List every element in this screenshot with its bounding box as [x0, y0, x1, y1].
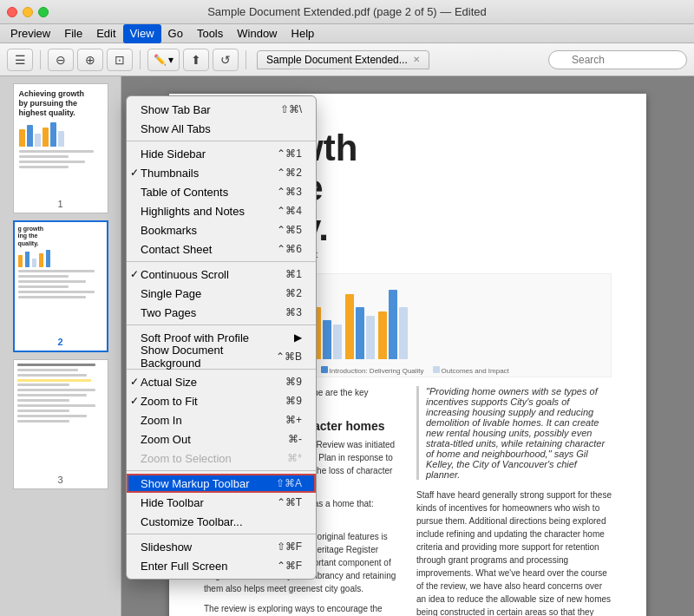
menu-item-two-pages-shortcut: ⌘3	[285, 306, 302, 318]
menu-item-show-doc-bg[interactable]: Show Document Background ⌃⌘B	[127, 347, 316, 366]
divider-5	[127, 470, 316, 471]
menu-edit[interactable]: Edit	[89, 24, 122, 43]
menu-item-zoom-in-label: Zoom In	[141, 414, 182, 427]
share-button[interactable]: ⬆	[183, 49, 209, 71]
menu-item-highlights-notes[interactable]: Highlights and Notes ⌃⌘4	[127, 201, 316, 220]
menu-item-show-all-tabs-label: Show All Tabs	[141, 122, 211, 135]
menu-item-bookmarks[interactable]: Bookmarks ⌃⌘5	[127, 220, 316, 239]
fit-page-button[interactable]: ⊡	[107, 49, 133, 71]
menu-item-enter-full-screen-label: Enter Full Screen	[141, 560, 227, 573]
toolbar-separator-1	[40, 50, 41, 69]
menu-item-actual-size-shortcut: ⌘9	[285, 376, 302, 388]
sidebar-toggle-button[interactable]: ☰	[7, 49, 33, 71]
menu-item-show-doc-bg-label: Show Document Background	[141, 344, 276, 370]
menu-go[interactable]: Go	[161, 24, 190, 43]
tab-close-icon[interactable]: ✕	[413, 55, 420, 64]
menu-item-zoom-to-fit-shortcut: ⌘9	[285, 395, 302, 407]
close-button[interactable]	[7, 7, 17, 17]
menu-item-show-markup-toolbar-label: Show Markup Toolbar	[141, 477, 250, 490]
menu-item-contact-sheet[interactable]: Contact Sheet ⌃⌘6	[127, 239, 316, 259]
menu-item-hide-sidebar[interactable]: Hide Sidebar ⌃⌘1	[127, 144, 316, 163]
menu-help[interactable]: Help	[285, 24, 322, 43]
maximize-button[interactable]	[38, 7, 49, 17]
check-zoom-to-fit: ✓	[130, 395, 139, 407]
menu-item-zoom-to-selection-label: Zoom to Selection	[141, 452, 232, 465]
menu-item-slideshow[interactable]: Slideshow ⇧⌘F	[127, 537, 316, 556]
menu-item-continuous-scroll-shortcut: ⌘1	[285, 268, 302, 280]
menu-overlay: Show Tab Bar ⇧⌘\ Show All Tabs Hide Side…	[0, 76, 694, 616]
menu-item-show-all-tabs[interactable]: Show All Tabs	[127, 119, 316, 138]
menu-preview[interactable]: Preview	[3, 24, 57, 43]
window-title: Sample Document Extended.pdf (page 2 of …	[207, 5, 487, 18]
menu-item-actual-size[interactable]: ✓ Actual Size ⌘9	[127, 372, 316, 391]
menu-item-slideshow-shortcut: ⇧⌘F	[277, 541, 302, 553]
menu-item-zoom-to-selection-shortcut: ⌘*	[287, 452, 302, 464]
menu-bar: Preview File Edit View Go Tools Window H…	[0, 24, 694, 43]
tab-label: Sample Document Extended...	[266, 54, 408, 66]
menu-item-zoom-out[interactable]: Zoom Out ⌘-	[127, 429, 316, 449]
menu-item-bookmarks-label: Bookmarks	[141, 224, 197, 237]
menu-item-enter-full-screen[interactable]: Enter Full Screen ⌃⌘F	[127, 556, 316, 575]
menu-item-two-pages-label: Two Pages	[141, 306, 196, 319]
pen-dropdown-arrow: ▾	[168, 54, 174, 66]
menu-item-zoom-to-fit-label: Zoom to Fit	[141, 395, 198, 408]
menu-view[interactable]: View	[123, 24, 161, 43]
menu-item-zoom-in-shortcut: ⌘+	[285, 414, 302, 426]
menu-item-thumbnails-shortcut: ⌃⌘2	[277, 167, 302, 179]
menu-item-show-tab-bar[interactable]: Show Tab Bar ⇧⌘\	[127, 100, 316, 119]
menu-item-zoom-to-fit[interactable]: ✓ Zoom to Fit ⌘9	[127, 391, 316, 410]
toolbar: ☰ ⊖ ⊕ ⊡ ✏️ ▾ ⬆ ↺ Sample Document Extende…	[0, 43, 694, 76]
menu-item-zoom-in[interactable]: Zoom In ⌘+	[127, 410, 316, 429]
menu-item-highlights-notes-shortcut: ⌃⌘4	[277, 205, 302, 217]
menu-item-continuous-scroll-label: Continuous Scroll	[141, 268, 229, 281]
menu-item-hide-toolbar-label: Hide Toolbar	[141, 496, 204, 509]
menu-item-thumbnails-label: Thumbnails	[141, 167, 199, 180]
menu-item-show-doc-bg-shortcut: ⌃⌘B	[276, 351, 302, 363]
menu-item-single-page[interactable]: Single Page ⌘2	[127, 284, 316, 303]
document-tab[interactable]: Sample Document Extended... ✕	[257, 50, 429, 69]
minimize-button[interactable]	[23, 7, 33, 17]
soft-proof-arrow: ▶	[294, 331, 302, 344]
menu-item-toc-label: Table of Contents	[141, 186, 228, 199]
check-actual-size: ✓	[130, 376, 139, 388]
zoom-out-button[interactable]: ⊖	[48, 49, 74, 71]
menu-item-customize-toolbar-label: Customize Toolbar...	[141, 515, 243, 528]
menu-item-soft-proof-label: Soft Proof with Profile	[141, 331, 249, 344]
divider-6	[127, 534, 316, 534]
menu-item-show-markup-toolbar[interactable]: Show Markup Toolbar ⇧⌘A	[127, 474, 316, 493]
menu-item-actual-size-label: Actual Size	[141, 376, 197, 389]
menu-item-zoom-out-shortcut: ⌘-	[288, 433, 302, 445]
menu-item-table-of-contents[interactable]: Table of Contents ⌃⌘3	[127, 182, 316, 201]
menu-item-customize-toolbar[interactable]: Customize Toolbar...	[127, 512, 316, 531]
view-menu-dropdown: Show Tab Bar ⇧⌘\ Show All Tabs Hide Side…	[126, 95, 317, 580]
markup-pen-button[interactable]: ✏️ ▾	[147, 49, 180, 71]
menu-item-hide-sidebar-label: Hide Sidebar	[141, 147, 206, 161]
menu-item-highlights-notes-label: Highlights and Notes	[141, 205, 245, 218]
zoom-in-button[interactable]: ⊕	[77, 49, 103, 71]
menu-item-thumbnails[interactable]: ✓ Thumbnails ⌃⌘2	[127, 163, 316, 182]
menu-item-two-pages[interactable]: Two Pages ⌘3	[127, 303, 316, 322]
menu-item-zoom-to-selection[interactable]: Zoom to Selection ⌘*	[127, 449, 316, 468]
divider-3	[127, 324, 316, 325]
menu-item-single-page-shortcut: ⌘2	[285, 287, 302, 299]
divider-2	[127, 261, 316, 262]
menu-tools[interactable]: Tools	[190, 24, 230, 43]
menu-item-hide-toolbar[interactable]: Hide Toolbar ⌃⌘T	[127, 493, 316, 512]
menu-file[interactable]: File	[57, 24, 89, 43]
divider-1	[127, 141, 316, 141]
check-continuous-scroll: ✓	[130, 268, 139, 280]
menu-item-show-tab-bar-label: Show Tab Bar	[141, 103, 211, 116]
search-input[interactable]	[548, 50, 687, 69]
menu-item-show-tab-bar-shortcut: ⇧⌘\	[280, 103, 302, 115]
check-thumbnails: ✓	[130, 167, 139, 179]
title-bar: Sample Document Extended.pdf (page 2 of …	[0, 0, 694, 24]
pen-icon: ✏️	[154, 54, 167, 66]
menu-item-continuous-scroll[interactable]: ✓ Continuous Scroll ⌘1	[127, 265, 316, 284]
menu-window[interactable]: Window	[230, 24, 284, 43]
menu-item-hide-toolbar-shortcut: ⌃⌘T	[277, 496, 302, 508]
rotate-button[interactable]: ↺	[213, 49, 239, 71]
menu-item-contact-sheet-shortcut: ⌃⌘6	[277, 243, 302, 255]
toolbar-separator-3	[246, 50, 246, 69]
window-controls[interactable]	[7, 7, 49, 17]
menu-item-contact-sheet-label: Contact Sheet	[141, 243, 212, 256]
